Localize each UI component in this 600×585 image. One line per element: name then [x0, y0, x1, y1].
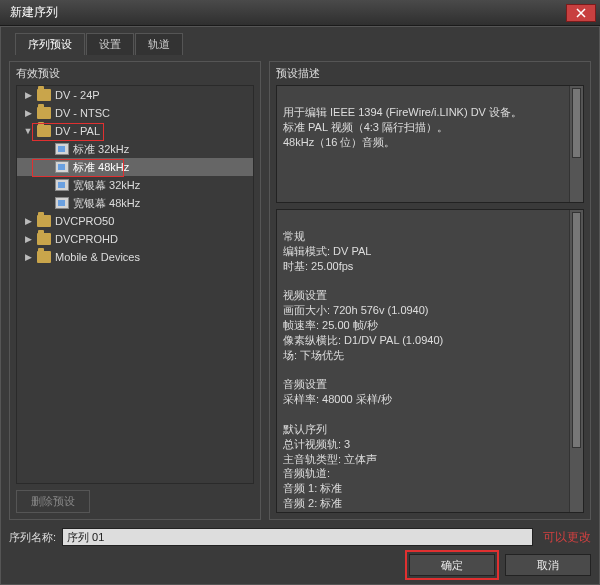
description-summary-text: 用于编辑 IEEE 1394 (FireWire/i.LINK) DV 设备。 … — [283, 106, 522, 148]
tab-tracks[interactable]: 轨道 — [135, 33, 183, 55]
tree-folder[interactable]: ▼DV - PAL — [17, 122, 253, 140]
disclosure-arrow-icon[interactable]: ▶ — [23, 216, 33, 226]
disclosure-arrow-icon[interactable]: ▶ — [23, 90, 33, 100]
tab-bar: 序列预设 设置 轨道 — [15, 33, 591, 55]
tree-item-label: DV - NTSC — [55, 107, 110, 119]
tree-folder[interactable]: ▶Mobile & Devices — [17, 248, 253, 266]
folder-icon — [37, 251, 51, 263]
preset-description-panel: 预设描述 用于编辑 IEEE 1394 (FireWire/i.LINK) DV… — [269, 61, 591, 520]
tree-folder[interactable]: ▶DVCPRO50 — [17, 212, 253, 230]
tree-folder[interactable]: ▶DV - NTSC — [17, 104, 253, 122]
dialog-button-row: 确定 取消 — [9, 554, 591, 576]
window-title: 新建序列 — [10, 4, 58, 21]
tree-item-label: Mobile & Devices — [55, 251, 140, 263]
preset-icon — [55, 197, 69, 209]
tree-preset[interactable]: 标准 48kHz — [17, 158, 253, 176]
preset-description-title: 预设描述 — [276, 66, 584, 81]
cancel-button[interactable]: 取消 — [505, 554, 591, 576]
folder-icon — [37, 233, 51, 245]
preset-icon — [55, 161, 69, 173]
tree-preset[interactable]: 标准 32kHz — [17, 140, 253, 158]
disclosure-arrow-icon[interactable]: ▶ — [23, 252, 33, 262]
scrollbar-thumb[interactable] — [572, 212, 581, 448]
folder-icon — [37, 107, 51, 119]
tree-folder[interactable]: ▶DVCPROHD — [17, 230, 253, 248]
sequence-name-label: 序列名称: — [9, 530, 56, 545]
window-close-button[interactable] — [566, 4, 596, 22]
tree-item-label: DV - 24P — [55, 89, 100, 101]
tree-item-label: 标准 32kHz — [73, 142, 129, 157]
available-presets-panel: 有效预设 ▶DV - 24P▶DV - NTSC▼DV - PAL标准 32kH… — [9, 61, 261, 520]
scrollbar[interactable] — [569, 210, 583, 512]
preset-icon — [55, 143, 69, 155]
folder-icon — [37, 89, 51, 101]
folder-icon — [37, 215, 51, 227]
ok-button[interactable]: 确定 — [409, 554, 495, 576]
tree-folder[interactable]: ▶DV - 24P — [17, 86, 253, 104]
tab-settings[interactable]: 设置 — [86, 33, 134, 55]
tree-item-label: 标准 48kHz — [73, 160, 129, 175]
disclosure-arrow-icon[interactable]: ▼ — [23, 126, 33, 136]
annotation-note: 可以更改 — [543, 529, 591, 546]
preset-tree[interactable]: ▶DV - 24P▶DV - NTSC▼DV - PAL标准 32kHz标准 4… — [16, 85, 254, 484]
tree-item-label: 宽银幕 32kHz — [73, 178, 140, 193]
delete-preset-button: 删除预设 — [16, 490, 90, 513]
sequence-name-input[interactable] — [62, 528, 533, 546]
description-details-text: 常规 编辑模式: DV PAL 时基: 25.00fps 视频设置 画面大小: … — [283, 230, 443, 513]
tree-item-label: DVCPRO50 — [55, 215, 114, 227]
scrollbar-thumb[interactable] — [572, 88, 581, 158]
disclosure-arrow-icon[interactable]: ▶ — [23, 234, 33, 244]
dialog-body: 序列预设 设置 轨道 有效预设 ▶DV - 24P▶DV - NTSC▼DV -… — [0, 26, 600, 585]
scrollbar[interactable] — [569, 86, 583, 202]
description-summary: 用于编辑 IEEE 1394 (FireWire/i.LINK) DV 设备。 … — [276, 85, 584, 203]
tab-presets[interactable]: 序列预设 — [15, 33, 85, 55]
window-titlebar: 新建序列 — [0, 0, 600, 26]
preset-icon — [55, 179, 69, 191]
tree-preset[interactable]: 宽银幕 32kHz — [17, 176, 253, 194]
tree-item-label: DVCPROHD — [55, 233, 118, 245]
tree-item-label: 宽银幕 48kHz — [73, 196, 140, 211]
tree-item-label: DV - PAL — [55, 125, 100, 137]
sequence-name-row: 序列名称: 可以更改 — [9, 528, 591, 546]
available-presets-title: 有效预设 — [16, 66, 254, 81]
folder-icon — [37, 125, 51, 137]
disclosure-arrow-icon[interactable]: ▶ — [23, 108, 33, 118]
description-details: 常规 编辑模式: DV PAL 时基: 25.00fps 视频设置 画面大小: … — [276, 209, 584, 513]
tree-preset[interactable]: 宽银幕 48kHz — [17, 194, 253, 212]
